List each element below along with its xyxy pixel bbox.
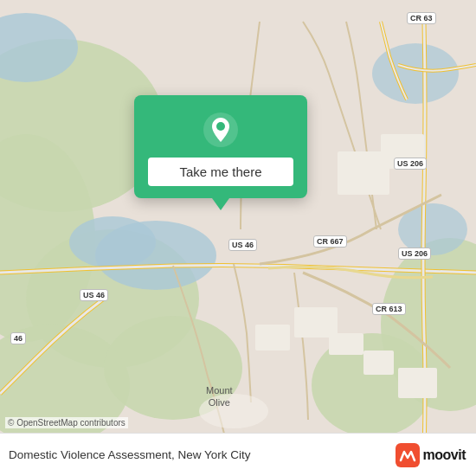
svg-rect-13 xyxy=(255,325,290,351)
road-label-cr667: CR 667 xyxy=(313,235,347,248)
road-label-cr613: CR 613 xyxy=(372,303,406,315)
road-label-us206-top: US 206 xyxy=(394,158,427,170)
svg-rect-16 xyxy=(363,351,394,375)
road-label-cr63: CR 63 xyxy=(407,12,436,24)
svg-point-22 xyxy=(216,122,225,131)
bottom-bar: Domestic Violence Assessment, New York C… xyxy=(0,433,476,476)
svg-rect-23 xyxy=(396,443,420,467)
moovit-logo-icon xyxy=(396,443,420,467)
map-svg xyxy=(0,0,476,476)
moovit-logo: moovit xyxy=(396,443,466,467)
location-pin-icon xyxy=(202,111,240,149)
svg-point-12 xyxy=(372,43,459,104)
map-attribution: © OpenStreetMap contributors xyxy=(5,417,128,428)
road-label-us46-center: US 46 xyxy=(228,239,257,251)
mount-olive-label: MountOlive xyxy=(206,384,233,409)
road-label-us46-left: US 46 xyxy=(80,289,108,301)
svg-rect-15 xyxy=(329,333,363,355)
road-label-46-far: 46 xyxy=(10,332,26,344)
moovit-text: moovit xyxy=(423,447,466,463)
popup-card: Take me there xyxy=(134,95,307,198)
map-container: US 46 US 46 US 206 US 206 CR 667 CR 613 … xyxy=(0,0,476,476)
take-me-there-button[interactable]: Take me there xyxy=(148,158,293,186)
road-label-us206-bot: US 206 xyxy=(398,248,431,260)
svg-rect-14 xyxy=(294,307,338,338)
svg-point-10 xyxy=(69,216,156,268)
svg-rect-17 xyxy=(398,368,437,398)
location-title: Domestic Violence Assessment, New York C… xyxy=(9,448,251,461)
